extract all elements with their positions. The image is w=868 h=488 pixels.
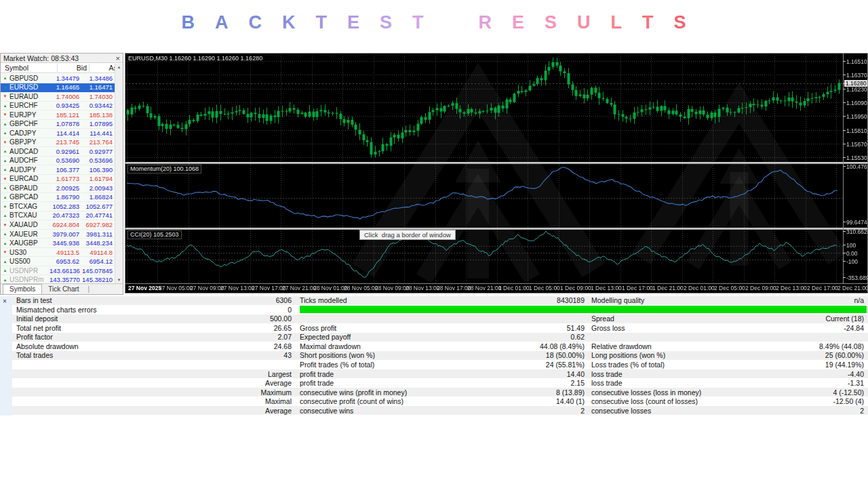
symbol-name: EURJPY — [9, 111, 50, 119]
bid-value: 1.74006 — [50, 93, 81, 100]
report-row: Largestprofit trade14.40loss trade-4.40 — [12, 369, 868, 379]
report-label: Gross profit — [300, 324, 476, 332]
title-letter: T — [642, 12, 654, 33]
arrow-up-icon: ▲ — [1, 232, 9, 236]
time-axis-label: 27 Nov 05:00 — [159, 285, 193, 291]
time-axis-label: 28 Nov 05:00 — [344, 285, 378, 291]
market-watch-scrollbar[interactable]: ▲ ▼ — [115, 64, 123, 283]
market-watch-row[interactable]: ▲GBPAUD2.009252.00943 — [1, 184, 115, 193]
time-axis-label: 2 Dec 01:00 — [684, 285, 715, 291]
market-watch-row[interactable]: ▲CADJPY114.414114.441 — [1, 129, 115, 138]
market-watch-row[interactable]: ▲USDNPR143.66136145.07845 — [1, 266, 115, 276]
report-label: consecutive losses — [591, 407, 753, 415]
arrow-up-icon: ▲ — [1, 241, 9, 245]
price-chart-canvas[interactable] — [125, 54, 867, 293]
market-watch-row[interactable]: ▼EURAUD1.740061.74030 — [1, 92, 115, 102]
ask-value: 145.38210 — [81, 276, 115, 283]
report-value: -12.50 (4) — [753, 397, 868, 405]
market-watch-row[interactable]: ▼EURJPY185.121185.138 — [1, 110, 115, 120]
market-watch-row[interactable]: ▲EURCHF0.934250.93442 — [1, 102, 115, 111]
report-value: 500.00 — [216, 314, 292, 323]
report-value: -1.31 — [753, 379, 868, 387]
market-watch-row[interactable]: ▼GBPJPY213.745213.764 — [1, 138, 115, 148]
ask-value: 1.34486 — [81, 75, 115, 82]
ask-value: 1.86824 — [81, 193, 115, 201]
ask-value: 3981.311 — [81, 230, 115, 238]
ask-value: 49114.8 — [81, 249, 115, 256]
ask-value: 1.07895 — [81, 120, 115, 127]
column-symbol[interactable]: Symbol — [1, 64, 58, 72]
report-value: Largest — [216, 370, 292, 378]
symbol-name: US30 — [9, 249, 50, 256]
symbol-name: XAUAUD — [9, 221, 50, 228]
ask-value: 6954.12 — [81, 258, 115, 265]
modelling-quality-bar — [300, 306, 867, 313]
report-label: loss trade — [591, 379, 753, 387]
market-watch-row[interactable]: ▲AUDCHF0.536900.53696 — [1, 157, 115, 166]
tab-tick-chart[interactable]: Tick Chart — [42, 285, 85, 293]
market-watch-row[interactable]: ▲GBPCHF1.078781.07895 — [1, 120, 115, 129]
report-value: 2 — [476, 407, 585, 415]
market-watch-row[interactable]: ▲XAUGBP3445.9383448.234 — [1, 239, 115, 248]
report-value: 8 (13.89) — [476, 388, 585, 396]
report-label: consecutive loss (count of losses) — [591, 397, 753, 405]
report-value: 14.40 (1) — [476, 397, 585, 405]
arrow-up-icon: ▲ — [1, 186, 9, 190]
arrow-up-icon: ▲ — [1, 204, 9, 208]
backtest-report-panel: × Bars in test6306Ticks modelled8430189M… — [0, 296, 868, 415]
price-axis-label: 1.16370 — [846, 72, 867, 79]
ask-value: 2.00943 — [81, 184, 115, 192]
market-watch-row[interactable]: ▲GBPUSD1.344791.34486 — [1, 74, 115, 83]
report-label: Relative drawdown — [591, 342, 753, 350]
market-watch-row[interactable]: ▲US5006953.626954.12 — [1, 257, 115, 266]
report-value: Average — [216, 407, 292, 415]
time-axis-label: 2 Dec 05:00 — [714, 285, 745, 291]
symbol-name: GBPCAD — [9, 193, 50, 201]
report-value: 44.08 (8.49%) — [476, 342, 585, 350]
arrow-down-icon: ▼ — [1, 223, 9, 227]
ask-value: 1052.677 — [81, 203, 115, 210]
time-axis-label: 27 Nov 13:00 — [220, 285, 255, 291]
title-letter — [443, 12, 458, 33]
bid-value: 20.47323 — [50, 211, 81, 219]
report-value: 2 — [753, 407, 868, 415]
market-watch-row[interactable]: ▲AUDCAD0.929610.92977 — [1, 147, 115, 157]
scroll-down-icon[interactable]: ▼ — [115, 278, 123, 282]
report-label: Expected payoff — [300, 333, 476, 341]
symbol-name: EURAUD — [9, 93, 50, 100]
tab-symbols[interactable]: Symbols — [3, 284, 42, 294]
market-watch-row[interactable]: ▲USDNPRm143.35770145.38210 — [1, 275, 115, 283]
arrow-up-icon: ▲ — [1, 268, 9, 272]
symbol-name: EURUSD — [9, 83, 50, 91]
report-label: Profit trades (% of total) — [300, 361, 476, 369]
title-letter: S — [674, 12, 687, 33]
bid-value: 2.00925 — [50, 184, 81, 192]
price-axis-label: 1.15530 — [846, 155, 867, 161]
page-title: BACKTESTRESULTS — [0, 12, 868, 33]
time-axis-label: 27 Nov 2025 — [128, 285, 161, 291]
bid-value: 143.66136 — [50, 267, 81, 274]
symbol-name: XAUEUR — [9, 230, 50, 238]
market-watch-row[interactable]: ▲EURUSD1.164651.16471 — [1, 83, 115, 93]
bid-value: 114.414 — [50, 129, 81, 137]
close-icon[interactable]: × — [116, 55, 120, 62]
market-watch-row[interactable]: ▲BTCXAU20.4732320.47741 — [1, 211, 115, 221]
report-label: Total trades — [12, 351, 216, 359]
market-watch-row[interactable]: ▲BTCXAG1052.2831052.677 — [1, 202, 115, 211]
time-axis-label: 1 Dec 05:00 — [529, 285, 560, 291]
price-axis-label: 1.15950 — [846, 113, 867, 120]
market-watch-row[interactable]: ▲GBPCAD1.867901.86824 — [1, 193, 115, 203]
market-watch-row[interactable]: ▼XAUAUD6924.8046927.982 — [1, 220, 115, 230]
arrow-up-icon: ▲ — [1, 167, 9, 171]
market-watch-row[interactable]: ▼US3049113.549114.8 — [1, 248, 115, 258]
ask-value: 1.74030 — [81, 93, 115, 100]
column-bid[interactable]: Bid — [58, 64, 90, 72]
market-watch-title: Market Watch: 08:53:43 — [3, 54, 79, 62]
market-watch-row[interactable]: ▼EURCAD1.617731.61794 — [1, 175, 115, 184]
close-icon[interactable]: × — [3, 298, 7, 304]
symbol-name: GBPAUD — [9, 184, 50, 192]
report-value: Current (18) — [753, 314, 868, 323]
scroll-up-icon[interactable]: ▲ — [115, 65, 123, 69]
market-watch-row[interactable]: ▲AUDJPY106.377106.390 — [1, 165, 115, 175]
market-watch-row[interactable]: ▲XAUEUR3979.0073981.311 — [1, 230, 115, 239]
